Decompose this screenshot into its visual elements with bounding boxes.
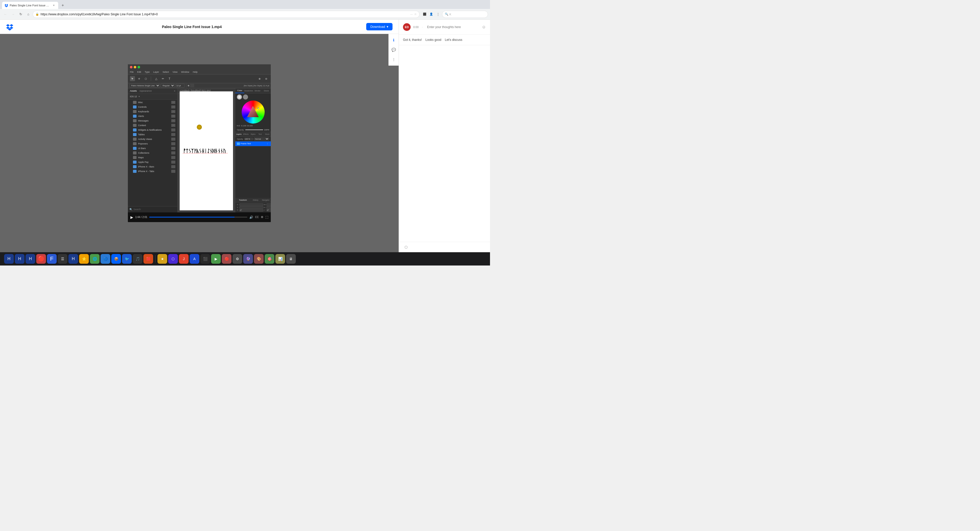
appearance-tab[interactable]: Appearance <box>139 89 152 92</box>
back-button[interactable]: ← <box>2 11 9 18</box>
layer-alerts[interactable]: Alerts ⋯ <box>128 114 177 118</box>
h-input[interactable]: 5.72 in <box>266 206 271 209</box>
layer-messages[interactable]: Messages ⋯ <box>128 118 177 123</box>
minimize-dot-icon[interactable] <box>134 66 136 69</box>
color-swatch[interactable] <box>190 84 194 87</box>
layer-popovers[interactable]: Popovers <box>128 142 177 146</box>
taskbar-dropbox[interactable]: 📦 <box>111 254 121 264</box>
taskbar-app-12[interactable]: 🐦 <box>122 254 132 264</box>
y-input[interactable]: 3.08 in <box>239 206 263 209</box>
taskbar-app-17[interactable]: J <box>179 254 189 264</box>
menu-file[interactable]: File <box>130 71 134 73</box>
tool-text-icon[interactable]: T <box>167 76 172 81</box>
taskbar-app-20[interactable]: ▶ <box>211 254 221 264</box>
extensions-icon[interactable]: ⬛ <box>422 11 428 18</box>
menu-window[interactable]: Window <box>181 71 189 73</box>
taskbar-app-14[interactable]: 🟥 <box>143 254 153 264</box>
layer-opts10[interactable] <box>171 142 175 145</box>
ios-expand-icon[interactable]: ▾ <box>138 95 140 98</box>
layer-opts9[interactable] <box>171 137 175 141</box>
skew-input[interactable] <box>266 209 271 211</box>
layer-context[interactable]: Context ⋯ <box>128 123 177 128</box>
layer-maps[interactable]: Maps <box>128 155 177 160</box>
layers-tab[interactable]: Layers <box>235 132 242 137</box>
layer-opts7[interactable] <box>171 128 175 131</box>
menu-edit[interactable]: Edit <box>137 71 142 73</box>
taskbar-app-10[interactable]: 🔵 <box>100 254 110 264</box>
search-bar[interactable]: 🔍 K <box>442 11 488 18</box>
comments-icon-btn[interactable]: 💬 <box>390 46 398 54</box>
menu-view[interactable]: View <box>172 71 177 73</box>
menu-layer[interactable]: Layer <box>153 71 159 73</box>
taskbar-icon-1[interactable]: H <box>4 254 14 264</box>
taskbar-app-23[interactable]: 🔮 <box>243 254 253 264</box>
layer-opts15[interactable] <box>171 165 175 168</box>
emoji-button[interactable]: ☺ <box>482 25 486 29</box>
tool-zoom-out-icon[interactable]: ⊖ <box>264 76 269 81</box>
taskbar-app-21[interactable]: 🔴 <box>222 254 231 264</box>
stock-tab[interactable]: Stock <box>262 88 271 93</box>
effects-tab[interactable]: Effects <box>242 132 250 137</box>
seek-bar[interactable] <box>149 217 247 217</box>
taskbar-app-13[interactable]: 🎵 <box>133 254 142 264</box>
taskbar-app-8[interactable]: ⭐ <box>79 254 89 264</box>
layer-iphonex-bars[interactable]: iPhone X - Bars <box>128 164 177 169</box>
tool-select-icon[interactable] <box>130 76 135 81</box>
layer-opts5[interactable]: ⋯ <box>171 119 175 122</box>
opacity-bar[interactable] <box>245 129 263 130</box>
reaction-looks-good[interactable]: Looks good <box>425 37 441 42</box>
stroke-tab[interactable]: Stroke <box>253 88 262 93</box>
layer-opts11[interactable] <box>171 147 175 150</box>
font-size-input[interactable] <box>176 84 185 88</box>
settings-icon[interactable]: ⋮ <box>435 11 441 18</box>
subtitles-button[interactable]: CC <box>255 216 259 218</box>
taskbar-app-4[interactable]: 🔴 <box>36 254 46 264</box>
eyedropper-icon[interactable] <box>243 94 248 100</box>
menu-select[interactable]: Select <box>162 71 169 73</box>
font-style-select[interactable]: Regular <box>161 84 175 88</box>
layer-options-btn[interactable]: ⋮ <box>266 142 269 145</box>
layer-opts16[interactable] <box>171 170 175 173</box>
tool-zoom-icon[interactable]: ⊕ <box>257 76 262 81</box>
comment-input[interactable] <box>426 25 479 29</box>
zoom-dot-icon[interactable] <box>138 66 140 69</box>
taskbar-app-16[interactable]: ⬡ <box>168 254 178 264</box>
taskbar-app-25[interactable]: 🎯 <box>265 254 274 264</box>
color-picker-icon[interactable] <box>237 94 242 100</box>
layer-options-icon2[interactable]: ⋯ <box>171 105 175 108</box>
color-tab[interactable]: Color <box>235 88 244 93</box>
info-icon-btn[interactable]: ℹ <box>390 36 398 44</box>
font-name-select[interactable]: Paleo Hebrew Single Line <box>129 84 160 88</box>
text-styles-tab[interactable]: Text <box>256 132 264 137</box>
color-wheel[interactable] <box>242 100 265 124</box>
bold-btn[interactable]: B <box>188 85 189 87</box>
layer-activity[interactable]: Activity Views <box>128 137 177 142</box>
new-tab-button[interactable]: + <box>59 2 66 9</box>
layer-controls[interactable]: Controls ⋯ <box>128 105 177 109</box>
url-bar[interactable]: 🔒 https://www.dropbox.com/s/py61xretk18v… <box>33 11 420 18</box>
menu-type[interactable]: Type <box>145 71 150 73</box>
layer-misc[interactable]: Misc ⋯ <box>128 100 177 105</box>
tool-share-icon[interactable]: ⬡ <box>143 76 148 81</box>
home-button[interactable]: ⌂ <box>25 11 32 18</box>
taskbar-app-5[interactable]: F <box>47 254 57 264</box>
layer-applepay[interactable]: Apple Pay <box>128 160 177 164</box>
taskbar-icon-2[interactable]: H <box>15 254 24 264</box>
play-pause-button[interactable]: ▶ <box>130 215 133 219</box>
w-input[interactable]: 2.678 in <box>266 204 271 206</box>
layer-keyboards[interactable]: Keyboards ⋯ <box>128 109 177 114</box>
x-input[interactable]: 1.484 in <box>239 204 263 206</box>
taskbar-app-24[interactable]: 🎨 <box>254 254 264 264</box>
frame-text-layer[interactable]: Frame Text ⋮ <box>235 142 271 146</box>
volume-button[interactable]: 🔊 <box>249 215 253 219</box>
styles-tab[interactable]: Styles <box>250 132 257 137</box>
layer-widgets[interactable]: Widgets & Notifications <box>128 128 177 132</box>
taskbar-app-6[interactable]: ☰ <box>58 254 67 264</box>
tool-pen-icon[interactable]: ✏ <box>160 76 165 81</box>
layer-opts12[interactable] <box>171 151 175 155</box>
taskbar-app-22[interactable]: ⚙ <box>232 254 242 264</box>
refresh-button[interactable]: ↻ <box>18 11 24 18</box>
layer-collections[interactable]: Collections <box>128 151 177 155</box>
swatches-tab[interactable]: Swatches <box>244 88 253 93</box>
blend-mode-select[interactable]: Normal <box>254 137 269 140</box>
